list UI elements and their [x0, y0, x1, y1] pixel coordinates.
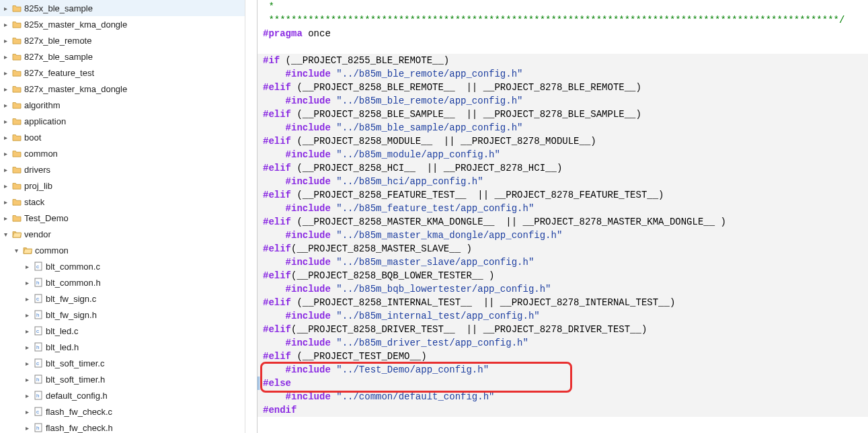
svg-text:h: h — [36, 280, 39, 286]
tree-folder[interactable]: ▸drivers — [0, 161, 245, 178]
folder-icon — [11, 214, 23, 222]
code-line: * — [258, 0, 868, 13]
h-file-icon: h — [32, 310, 44, 319]
code-line: #elif (__PROJECT_8258_BLE_REMOTE__ || __… — [258, 81, 868, 94]
svg-text:c: c — [36, 360, 39, 366]
tree-folder[interactable]: ▸Test_Demo — [0, 210, 245, 226]
folder-icon — [11, 198, 23, 206]
tree-label: application — [24, 116, 66, 126]
tree-folder[interactable]: ▸827x_ble_sample — [0, 48, 245, 65]
folder-icon — [11, 4, 23, 12]
svg-text:c: c — [36, 296, 39, 302]
tree-label: stack — [24, 197, 44, 207]
tree-label: blt_common.h — [46, 278, 101, 288]
code-line: #endif — [258, 403, 868, 417]
tree-file[interactable]: ▸hblt_soft_timer.h — [0, 371, 245, 387]
chevron-right-icon: ▸ — [22, 392, 32, 399]
tree-file[interactable]: ▸hblt_common.h — [0, 274, 245, 290]
chevron-right-icon: ▸ — [22, 279, 32, 286]
tree-folder-vendor-common[interactable]: ▾ common — [0, 242, 245, 258]
file-tree[interactable]: ▸825x_ble_sample▸825x_master_kma_dongle▸… — [0, 0, 245, 433]
tree-folder[interactable]: ▸application — [0, 113, 245, 129]
folder-icon — [11, 149, 23, 157]
tree-folder[interactable]: ▸boot — [0, 129, 245, 145]
tree-folder[interactable]: ▸827x_ble_remote — [0, 32, 245, 48]
tree-file[interactable]: ▸cblt_led.c — [0, 323, 245, 339]
tree-folder[interactable]: ▸stack — [0, 194, 245, 210]
tree-file[interactable]: ▸hblt_fw_sign.h — [0, 307, 245, 323]
chevron-right-icon: ▸ — [0, 53, 11, 61]
c-file-icon: c — [32, 294, 44, 303]
code-line: #pragma once — [258, 27, 868, 40]
chevron-right-icon: ▸ — [0, 5, 11, 12]
tree-label: blt_soft_timer.c — [46, 358, 104, 368]
tree-folder[interactable]: ▸algorithm — [0, 97, 245, 113]
code-line: #elif(__PROJECT_8258_BQB_LOWER_TESTER__ … — [258, 269, 868, 282]
tree-folder[interactable]: ▸827x_master_kma_dongle — [0, 81, 245, 97]
tree-folder[interactable]: ▸825x_ble_sample — [0, 0, 245, 16]
tree-folder-vendor[interactable]: ▾ vendor — [0, 226, 245, 242]
code-line: #include "../b85m_hci/app_config.h" — [258, 175, 868, 188]
code-line: #elif (__PROJECT_8258_HCI__ || __PROJECT… — [258, 161, 868, 175]
cursor-marker-icon — [258, 377, 262, 390]
tree-label: blt_led.h — [46, 342, 79, 352]
tree-file[interactable]: ▸hflash_fw_check.h — [0, 420, 245, 433]
chevron-right-icon: ▸ — [0, 198, 11, 206]
tree-label: 827x_master_kma_dongle — [24, 84, 127, 94]
tree-folder[interactable]: ▸827x_feature_test — [0, 65, 245, 81]
svg-text:h: h — [36, 393, 39, 399]
chevron-right-icon: ▸ — [22, 311, 32, 319]
code-line: #elif (__PROJECT_8258_INTERNAL_TEST__ ||… — [258, 296, 868, 309]
folder-icon — [11, 165, 23, 173]
tree-file[interactable]: ▸cblt_soft_timer.c — [0, 355, 245, 371]
code-line: #include "../b85m_internal_test/app_conf… — [258, 309, 868, 323]
tree-file[interactable]: ▸hdefault_config.h — [0, 387, 245, 403]
code-line: #include "../b85m_feature_test/app_confi… — [258, 202, 868, 215]
folder-open-icon — [11, 230, 23, 238]
tree-label: vendor — [24, 229, 51, 239]
tree-label: algorithm — [24, 100, 60, 110]
tree-label: drivers — [24, 165, 50, 175]
tree-file[interactable]: ▸cblt_common.c — [0, 258, 245, 274]
h-file-icon: h — [32, 423, 44, 432]
chevron-down-icon: ▾ — [0, 231, 11, 238]
svg-text:h: h — [36, 377, 39, 383]
chevron-right-icon: ▸ — [0, 134, 11, 141]
folder-icon — [11, 133, 23, 141]
svg-text:h: h — [36, 425, 39, 431]
folder-icon — [11, 117, 23, 125]
code-line: #include "../b85m_master_kma_dongle/app_… — [258, 229, 868, 242]
folder-icon — [11, 182, 23, 190]
chevron-right-icon: ▸ — [0, 21, 11, 28]
code-line: #elif (__PROJECT_8258_MASTER_KMA_DONGLE_… — [258, 215, 868, 229]
chevron-right-icon: ▸ — [0, 37, 11, 44]
folder-icon — [11, 85, 23, 93]
code-line: #include "../b85m_ble_remote/app_config.… — [258, 67, 868, 81]
tree-folder[interactable]: ▸proj_lib — [0, 178, 245, 194]
chevron-right-icon: ▸ — [22, 360, 32, 367]
h-file-icon: h — [32, 391, 44, 400]
code-editor[interactable]: * **************************************… — [258, 0, 868, 433]
c-file-icon: c — [32, 326, 44, 336]
tree-label: 825x_master_kma_dongle — [24, 19, 127, 30]
c-file-icon: c — [32, 358, 44, 368]
code-line — [258, 40, 868, 54]
chevron-right-icon: ▸ — [0, 102, 11, 109]
tree-label: 825x_ble_sample — [24, 3, 93, 13]
folder-icon — [11, 69, 23, 77]
h-file-icon: h — [32, 342, 44, 352]
tree-label: proj_lib — [24, 181, 52, 191]
tree-label: 827x_ble_remote — [24, 36, 91, 46]
code-line: ****************************************… — [258, 13, 868, 27]
tree-file[interactable]: ▸cblt_fw_sign.c — [0, 290, 245, 307]
tree-label: common — [24, 149, 58, 159]
tree-file[interactable]: ▸cflash_fw_check.c — [0, 403, 245, 420]
folder-icon — [11, 36, 23, 44]
tree-folder[interactable]: ▸825x_master_kma_dongle — [0, 16, 245, 32]
folder-icon — [11, 20, 23, 28]
tree-label: blt_soft_timer.h — [46, 375, 105, 385]
tree-folder[interactable]: ▸common — [0, 145, 245, 161]
tree-file[interactable]: ▸hblt_led.h — [0, 339, 245, 355]
tree-label: default_config.h — [46, 391, 108, 401]
code-line: #include "../b85m_ble_remote/app_config.… — [258, 94, 868, 108]
